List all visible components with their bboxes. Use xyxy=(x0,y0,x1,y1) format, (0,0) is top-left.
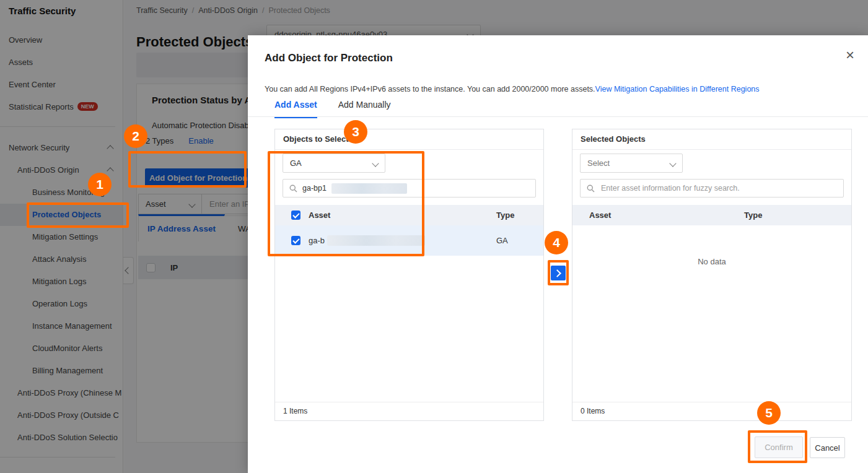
type-column-header: Type xyxy=(744,210,762,220)
search-icon xyxy=(587,184,595,193)
source-panel-title: Objects to Select xyxy=(275,129,543,150)
step-badge-3: 3 xyxy=(344,120,367,144)
target-search-input[interactable] xyxy=(600,183,837,193)
modal-description: You can add All Regions IPv4+IPv6 assets… xyxy=(265,85,760,93)
asset-column-header: Asset xyxy=(589,210,611,220)
cancel-button[interactable]: Cancel xyxy=(810,437,845,458)
selected-objects-panel: Selected Objects Select Asset Type No da… xyxy=(572,129,852,421)
target-items-count: 0 Items xyxy=(572,402,851,420)
tab-add-manually[interactable]: Add Manually xyxy=(338,100,391,116)
target-table-header: Asset Type xyxy=(572,205,851,225)
close-icon[interactable]: × xyxy=(846,48,854,63)
modal-description-text: You can add All Regions IPv4+IPv6 assets… xyxy=(265,85,595,93)
modal-tabs: Add Asset Add Manually xyxy=(274,100,391,118)
selected-type-select[interactable]: Select xyxy=(580,154,683,173)
tab-divider xyxy=(248,116,868,117)
target-panel-title: Selected Objects xyxy=(572,129,851,150)
asset-type: GA xyxy=(496,236,508,245)
no-data-placeholder: No data xyxy=(572,257,851,266)
step-badge-4: 4 xyxy=(545,231,568,254)
annotation-rect-transfer-button xyxy=(548,260,569,285)
annotation-rect-protected-objects xyxy=(27,202,129,228)
annotation-rect-confirm-button xyxy=(748,430,807,463)
annotation-rect-add-button xyxy=(128,151,247,188)
chevron-down-icon xyxy=(669,160,676,167)
annotation-rect-object-picker xyxy=(268,151,424,256)
step-badge-1: 1 xyxy=(88,173,112,196)
mitigation-capabilities-link[interactable]: View Mitigation Capabilities in Differen… xyxy=(595,85,760,93)
source-items-count: 1 Items xyxy=(275,402,543,420)
target-search-box[interactable] xyxy=(580,179,844,197)
modal-title: Add Object for Protection xyxy=(265,52,393,64)
type-column-header: Type xyxy=(496,210,514,220)
app-root: Traffic Security Overview Assets Event C… xyxy=(0,0,868,473)
selected-type-value: Select xyxy=(587,158,610,168)
tab-add-asset[interactable]: Add Asset xyxy=(274,100,317,118)
step-badge-2: 2 xyxy=(124,124,147,148)
step-badge-5: 5 xyxy=(757,401,781,425)
